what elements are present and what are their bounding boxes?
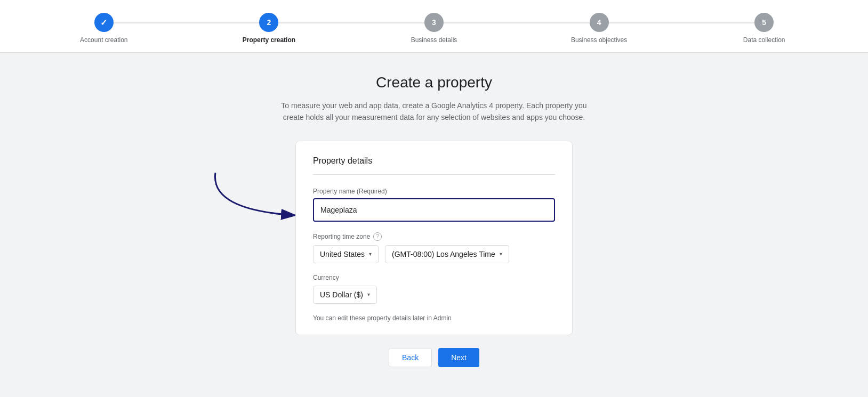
step-circle-1: ✓ [94, 13, 114, 32]
page-title: Create a property [376, 74, 492, 91]
step-business-details: 3 Business details [351, 13, 517, 44]
country-dropdown[interactable]: United States ▾ [313, 245, 379, 263]
property-name-label: Property name (Required) [313, 188, 555, 195]
currency-value: US Dollar ($) [320, 290, 363, 299]
timezone-value: (GMT-08:00) Los Angeles Time [392, 250, 495, 258]
buttons-row: Back Next [389, 348, 479, 367]
step-business-objectives: 4 Business objectives [517, 13, 682, 44]
step-property-creation: 2 Property creation [187, 13, 352, 44]
timezone-chevron-icon: ▾ [500, 251, 502, 257]
currency-group: Currency US Dollar ($) ▾ [313, 274, 555, 304]
arrow-annotation [199, 167, 306, 231]
main-content: Create a property To measure your web an… [0, 53, 868, 388]
step-circle-2: 2 [259, 13, 278, 32]
step-number-2: 2 [267, 18, 271, 27]
back-button[interactable]: Back [389, 348, 432, 367]
timezone-help-icon[interactable]: ? [373, 232, 382, 241]
property-name-group: Property name (Required) [313, 188, 555, 222]
timezone-label: Reporting time zone ? [313, 232, 555, 241]
step-account-creation: ✓ Account creation [21, 13, 187, 44]
step-label-5: Data collection [743, 36, 785, 44]
step-circle-3: 3 [424, 13, 444, 32]
step-label-4: Business objectives [571, 36, 627, 44]
timezone-dropdowns-row: United States ▾ (GMT-08:00) Los Angeles … [313, 245, 555, 263]
timezone-group: Reporting time zone ? United States ▾ (G… [313, 232, 555, 263]
step-number-3: 3 [432, 18, 436, 27]
stepper: ✓ Account creation 2 Property creation 3… [0, 0, 868, 53]
step-number-5: 5 [762, 18, 766, 27]
step-circle-4: 4 [590, 13, 609, 32]
step-number-4: 4 [597, 18, 601, 27]
step-label-1: Account creation [80, 36, 127, 44]
country-value: United States [320, 250, 365, 258]
step-data-collection: 5 Data collection [681, 13, 847, 44]
timezone-dropdown[interactable]: (GMT-08:00) Los Angeles Time ▾ [385, 245, 509, 263]
country-chevron-icon: ▾ [369, 251, 372, 257]
card-wrapper: Property details Property name (Required… [295, 141, 573, 335]
arrow-svg [199, 167, 306, 237]
currency-chevron-icon: ▾ [367, 291, 370, 297]
property-name-input[interactable] [313, 198, 555, 222]
card-title: Property details [313, 156, 555, 175]
step-label-2: Property creation [243, 36, 295, 44]
property-details-card: Property details Property name (Required… [295, 141, 573, 335]
checkmark-icon: ✓ [100, 18, 107, 28]
edit-note: You can edit these property details late… [313, 314, 555, 322]
page-description: To measure your web and app data, create… [279, 100, 589, 124]
currency-label: Currency [313, 274, 555, 281]
currency-dropdown[interactable]: US Dollar ($) ▾ [313, 286, 377, 304]
next-button[interactable]: Next [438, 348, 479, 367]
step-label-3: Business details [411, 36, 457, 44]
step-circle-5: 5 [754, 13, 774, 32]
